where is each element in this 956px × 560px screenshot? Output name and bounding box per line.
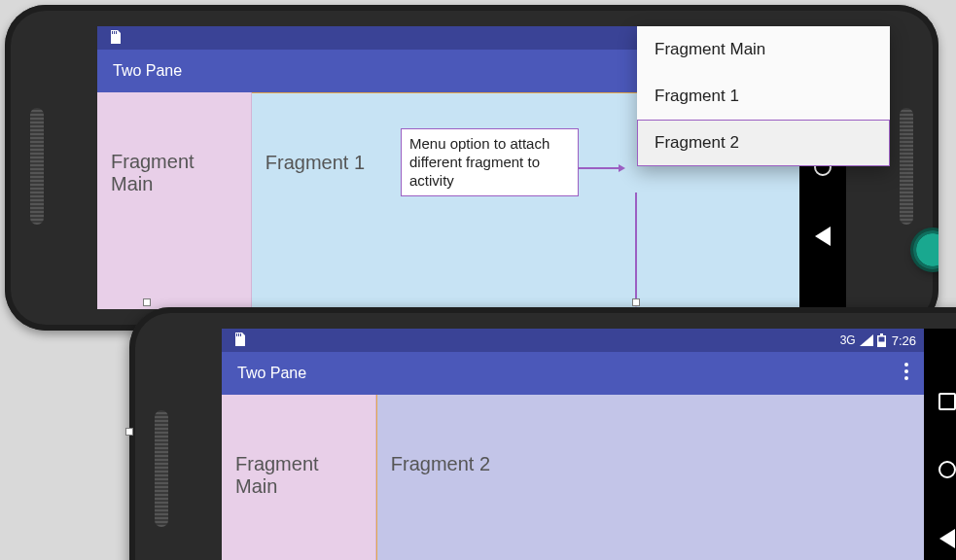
status-time: 7:26: [892, 333, 916, 348]
phone-android-after: 3G 7:26 Two Pane Fragment Main: [129, 307, 956, 560]
network-3g-label: 3G: [840, 333, 856, 347]
svg-point-1: [904, 369, 908, 373]
svg-point-2: [904, 376, 908, 380]
pane-right: Fragment 2: [376, 395, 924, 560]
nav-home-icon[interactable]: [938, 461, 956, 478]
phone2-screen: 3G 7:26 Two Pane Fragment Main: [222, 329, 956, 560]
annotation-callout: Menu option to attach different fragment…: [401, 128, 579, 196]
status-bar: 3G 7:26: [222, 329, 924, 352]
pane-left-label: Fragment Main: [111, 151, 195, 194]
menu-item-fragment-main[interactable]: Fragment Main: [637, 26, 890, 73]
selection-handle: [632, 298, 640, 306]
system-nav-bar: [924, 329, 956, 560]
app-title: Two Pane: [237, 365, 306, 382]
svg-point-0: [904, 363, 908, 367]
sd-card-icon: [109, 30, 121, 44]
app-title: Two Pane: [113, 62, 182, 80]
phone2-display: 3G 7:26 Two Pane Fragment Main: [222, 329, 924, 560]
fingerprint-sensor: [913, 230, 938, 269]
pane-left-label: Fragment Main: [235, 453, 319, 497]
overflow-menu: Fragment Main Fragment 1 Fragment 2: [637, 26, 890, 166]
sd-card-icon: [233, 332, 245, 346]
menu-item-fragment-1[interactable]: Fragment 1: [637, 73, 890, 120]
annotation-arrow-to-result: [635, 192, 637, 301]
nav-back-icon[interactable]: [815, 227, 831, 246]
phone-speaker-right: [900, 108, 913, 225]
signal-icon: [860, 334, 873, 346]
phone-speaker-left: [155, 410, 168, 527]
selection-handle: [125, 428, 133, 436]
nav-overview-icon[interactable]: [938, 393, 956, 410]
pane-right-label: Fragment 1: [266, 152, 365, 173]
app-bar: Two Pane: [222, 352, 924, 395]
phone-speaker-left: [30, 108, 44, 225]
overflow-icon[interactable]: [904, 363, 908, 384]
nav-back-icon[interactable]: [939, 529, 955, 548]
pane-right-label: Fragment 2: [391, 453, 490, 474]
annotation-arrow-to-menu: [579, 167, 620, 169]
pane-left: Fragment Main: [97, 92, 252, 309]
menu-item-fragment-2[interactable]: Fragment 2: [637, 120, 890, 166]
pane-left: Fragment Main: [222, 395, 376, 560]
annotation-text: Menu option to attach different fragment…: [409, 135, 549, 189]
two-pane-content: Fragment Main Fragment 2: [222, 395, 924, 560]
selection-handle: [143, 298, 151, 306]
battery-icon: [877, 333, 886, 347]
